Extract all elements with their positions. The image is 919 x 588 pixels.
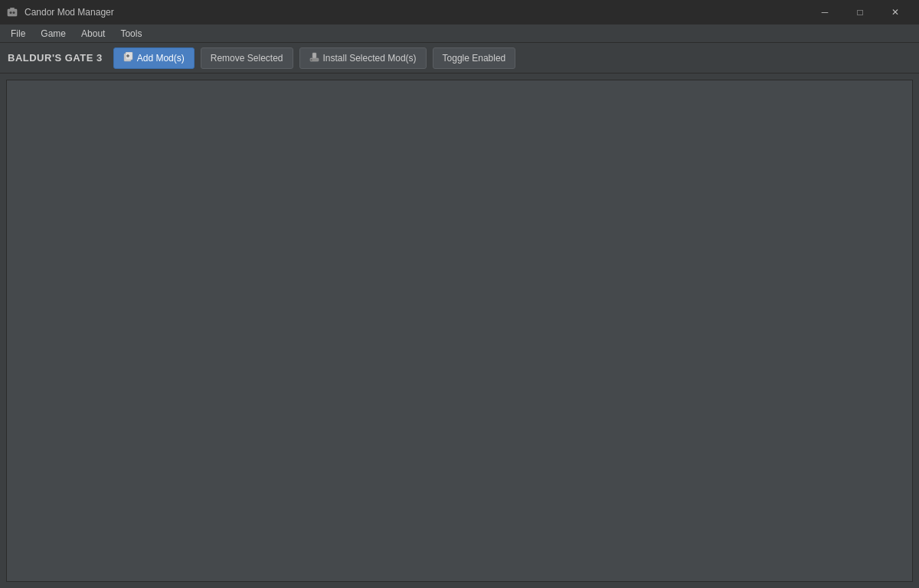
app-icon xyxy=(6,6,18,18)
close-button[interactable]: ✕ xyxy=(878,0,913,24)
add-mods-button[interactable]: Add Mod(s) xyxy=(113,47,195,69)
toggle-enabled-label: Toggle Enabled xyxy=(443,53,506,64)
install-selected-label: Install Selected Mod(s) xyxy=(323,53,417,64)
menu-item-tools[interactable]: Tools xyxy=(113,24,149,43)
install-icon xyxy=(309,52,319,64)
svg-rect-11 xyxy=(310,59,312,60)
title-bar-left: Candor Mod Manager xyxy=(6,6,114,18)
title-bar-controls: ─ □ ✕ xyxy=(807,0,913,24)
add-mods-label: Add Mod(s) xyxy=(137,53,185,64)
main-content-area xyxy=(6,80,913,582)
add-mods-icon xyxy=(123,52,133,64)
menu-item-about[interactable]: About xyxy=(74,24,113,43)
install-selected-button[interactable]: Install Selected Mod(s) xyxy=(299,47,427,69)
title-bar: Candor Mod Manager ─ □ ✕ xyxy=(0,0,919,24)
remove-selected-label: Remove Selected xyxy=(211,53,283,64)
svg-point-2 xyxy=(13,11,15,14)
svg-rect-0 xyxy=(8,9,17,16)
menu-item-file[interactable]: File xyxy=(3,24,33,43)
menu-bar: File Game About Tools xyxy=(0,24,919,43)
minimize-button[interactable]: ─ xyxy=(807,0,842,24)
game-title: BALDUR'S GATE 3 xyxy=(8,52,103,64)
svg-rect-9 xyxy=(312,53,316,58)
menu-item-game[interactable]: Game xyxy=(33,24,74,43)
remove-selected-button[interactable]: Remove Selected xyxy=(201,47,293,69)
svg-point-1 xyxy=(10,11,12,14)
toolbar: BALDUR'S GATE 3 Add Mod(s) Remove Select… xyxy=(0,43,919,74)
svg-rect-3 xyxy=(10,8,15,9)
toggle-enabled-button[interactable]: Toggle Enabled xyxy=(433,47,516,69)
title-bar-title: Candor Mod Manager xyxy=(25,7,114,18)
maximize-button[interactable]: □ xyxy=(842,0,878,24)
